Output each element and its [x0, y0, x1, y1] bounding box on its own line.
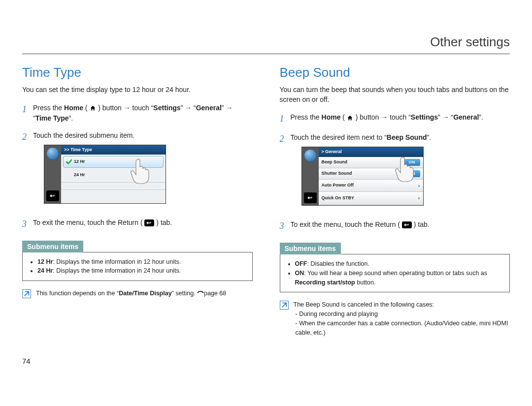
note-page-ref: page 68 — [204, 290, 226, 297]
note-text-a: This function depends on the “ — [36, 290, 119, 297]
page-ref-icon — [197, 289, 204, 294]
step1-text-a: Press the — [291, 113, 322, 121]
step1-home-label: Home — [64, 104, 83, 112]
screenshot-row-24hr: 24 Hr — [61, 169, 166, 181]
note: The Beep Sound is canceled in the follow… — [280, 300, 510, 337]
submenu-24hr-text: : Displays the time information in 24 ho… — [53, 267, 181, 274]
chevron-right-icon: › — [418, 182, 420, 190]
note-line-1: The Beep Sound is canceled in the follow… — [294, 300, 510, 310]
screenshot-main: > General Beep Sound ON Shutter Sound ON — [319, 147, 423, 205]
submenu-items-box: OFF: Disables the function. ON: You will… — [280, 254, 510, 292]
divider — [61, 182, 166, 183]
submenu-24hr: 24 Hr: Displays the time information in … — [37, 266, 246, 276]
step1-text-a: Press the — [33, 104, 64, 112]
step-3: To exit the menu, touch the Return ( ) t… — [22, 218, 253, 231]
intro-text: You can turn the beep that sounds when y… — [280, 85, 510, 104]
step1-text-f: ”. — [69, 114, 73, 122]
step1-timetype-label: Time Type — [35, 114, 69, 122]
row-label: Quick On STBY — [322, 195, 355, 202]
step3-text-b: ) tab. — [412, 220, 430, 228]
home-icon — [89, 105, 96, 112]
step-3: To exit the menu, touch the Return ( ) t… — [280, 219, 510, 233]
screenshot-row-24hr-label: 24 Hr — [74, 172, 85, 179]
screenshot-row-shutter: Shutter Sound ON — [319, 168, 423, 180]
screenshot-main: >> Time Type 12 Hr 24 Hr — [61, 145, 166, 203]
left-column: Time Type You can set the time display t… — [22, 65, 253, 337]
page-title: Other settings — [22, 34, 510, 54]
submenu-12hr-text: : Displays the time information in 12 ho… — [53, 258, 181, 265]
note-icon — [22, 289, 31, 298]
submenu-12hr-label: 12 Hr — [37, 258, 53, 265]
note: This function depends on the “Date/Time … — [22, 289, 253, 298]
step1-settings-label: Settings — [153, 104, 180, 112]
row-label: Auto Power Off — [322, 182, 354, 189]
check-icon — [66, 159, 72, 165]
screenshot-row-quickonstby: Quick On STBY › — [319, 192, 423, 205]
step1-text-d: ” → “ — [438, 113, 453, 121]
submenu-items-label: Submenu items — [22, 241, 83, 252]
step1-text-b: ( — [83, 104, 89, 112]
submenu-on-label: ON — [295, 270, 304, 277]
step3-text-a: To exit the menu, touch the Return ( — [291, 220, 402, 228]
two-column-layout: Time Type You can set the time display t… — [22, 65, 510, 337]
return-icon — [402, 221, 412, 228]
submenu-items-box: 12 Hr: Displays the time information in … — [22, 252, 253, 281]
step1-text-c: ) button → touch “ — [354, 113, 411, 121]
screenshot-sidebar — [44, 145, 61, 203]
step2-text: Touch the desired submenu item. — [33, 131, 134, 139]
step-2: Touch the desired item next to “Beep Sou… — [280, 132, 510, 213]
submenu-on-text2: Recording start/stop — [295, 279, 355, 286]
submenu-on-text1: : You will hear a beep sound when operat… — [304, 270, 487, 277]
step2-text-a: Touch the desired item next to “ — [291, 133, 387, 141]
step3-text-a: To exit the menu, touch the Return ( — [33, 219, 144, 226]
page-number: 74 — [22, 357, 510, 365]
intro-text: You can set the time display type to 12 … — [22, 85, 253, 95]
screenshot-time-type: >> Time Type 12 Hr 24 Hr — [44, 145, 166, 204]
divider — [61, 189, 166, 190]
submenu-on-text3: button. — [355, 279, 376, 286]
toggle-on: ON — [404, 159, 420, 166]
row-label: Shutter Sound — [322, 170, 352, 177]
submenu-off-text: : Disables the function. — [307, 260, 369, 267]
step2-text-c: ”. — [427, 133, 432, 141]
step1-text-b: ( — [340, 113, 346, 121]
return-icon — [144, 219, 154, 226]
submenu-12hr: 12 Hr: Displays the time information in … — [37, 257, 246, 267]
back-icon — [304, 192, 317, 203]
note-text: This function depends on the “Date/Time … — [36, 289, 226, 298]
screenshot-header: >> Time Type — [61, 145, 166, 155]
submenu-24hr-label: 24 Hr — [37, 267, 53, 274]
submenu-on: ON: You will hear a beep sound when oper… — [295, 269, 504, 287]
note-icon — [280, 301, 289, 310]
step2-beep-label: Beep Sound — [387, 133, 427, 141]
page: Other settings Time Type You can set the… — [0, 0, 532, 377]
chevron-right-icon: › — [418, 194, 420, 202]
step3-text-b: ) tab. — [154, 219, 172, 226]
submenu-items-label: Submenu items — [280, 243, 341, 254]
step-1: Press the Home ( ) button → touch “Setti… — [280, 112, 510, 125]
step1-general-label: General — [196, 104, 222, 112]
section-heading-time-type: Time Type — [22, 65, 253, 80]
steps-list: Press the Home ( ) button → touch “Setti… — [22, 103, 253, 231]
screenshot-header: > General — [319, 147, 423, 157]
gear-icon — [46, 147, 59, 160]
screenshot-sidebar — [302, 147, 319, 205]
note-text-c: ” setting. — [172, 290, 197, 297]
screenshot-row-12hr: 12 Hr — [63, 156, 164, 168]
submenu-off-label: OFF — [295, 260, 307, 267]
screenshot-row-autopoweroff: Auto Power Off › — [319, 180, 423, 192]
toggle-on: ON — [404, 170, 420, 177]
note-line-3: - When the camcorder has a cable connect… — [296, 319, 510, 338]
note-line-2: - During recording and playing — [296, 310, 510, 319]
submenu-off: OFF: Disables the function. — [295, 259, 504, 269]
right-column: Beep Sound You can turn the beep that so… — [280, 65, 510, 337]
screenshot-row-12hr-label: 12 Hr — [74, 158, 85, 165]
step1-text-e: ”. — [479, 113, 483, 121]
step1-text-d: ” → “ — [181, 104, 196, 112]
back-icon — [46, 190, 59, 201]
step1-home-label: Home — [322, 113, 341, 121]
step1-settings-label: Settings — [411, 113, 438, 121]
step-1: Press the Home ( ) button → touch “Setti… — [22, 103, 253, 124]
home-icon — [347, 114, 354, 121]
screenshot-general: > General Beep Sound ON Shutter Sound ON — [301, 147, 424, 206]
